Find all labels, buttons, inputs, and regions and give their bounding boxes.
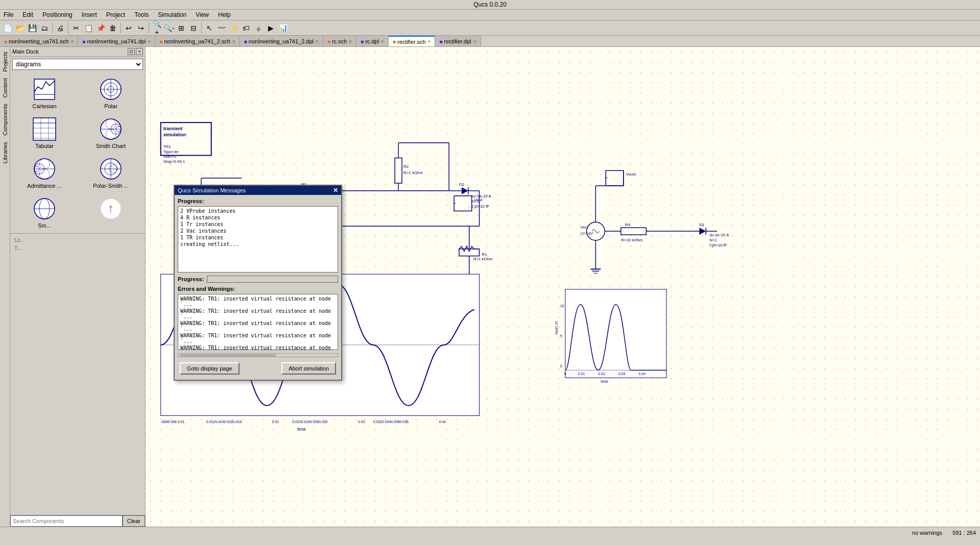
open-button[interactable]: 📂 bbox=[14, 22, 26, 34]
dock-float-btn[interactable]: ⊡ bbox=[128, 48, 135, 55]
print-button[interactable]: 🖨 bbox=[55, 22, 66, 34]
svg-text:0.0320.0340.0360.038: 0.0320.0340.0360.038 bbox=[373, 420, 409, 424]
diagram-sm[interactable]: Sm... bbox=[12, 193, 77, 231]
diagram-polarsmith[interactable]: Polar-Smith ... bbox=[79, 154, 143, 191]
zoom-select-button[interactable]: ⊟ bbox=[188, 22, 199, 34]
search-input[interactable] bbox=[10, 515, 123, 527]
main-dock-header: Main Dock ⊡ × bbox=[10, 47, 145, 57]
sidebar-tabs: Projects Content Components Libraries bbox=[0, 47, 10, 527]
svg-marker-71 bbox=[462, 187, 468, 194]
simulate-button[interactable]: ▶ bbox=[265, 22, 276, 34]
svg-text:Cj0=10 fF: Cj0=10 fF bbox=[709, 243, 727, 247]
diagram-admittance[interactable]: Admittance ... bbox=[12, 154, 77, 191]
abort-simulation-btn[interactable]: Abort simulation bbox=[281, 362, 336, 375]
svg-text:transient: transient bbox=[163, 126, 183, 131]
delete-button[interactable]: 🗑 bbox=[107, 22, 118, 34]
zoom-fit-button[interactable]: ⊞ bbox=[176, 22, 187, 34]
schematic-canvas[interactable]: transient simulation TR1 Type=lin Start=… bbox=[146, 47, 980, 527]
svg-text:0: 0 bbox=[560, 364, 562, 368]
menu-item-simulation[interactable]: Simulation bbox=[156, 11, 188, 19]
diagrams-select[interactable]: diagrams bbox=[12, 59, 143, 70]
copy-button[interactable]: 📋 bbox=[83, 22, 94, 34]
progress-bar bbox=[207, 276, 338, 283]
svg-text:R4: R4 bbox=[625, 222, 631, 227]
tab-close-btn[interactable]: × bbox=[381, 39, 384, 44]
tab-label: rc.dpl bbox=[365, 38, 379, 44]
sep2 bbox=[68, 22, 68, 34]
svg-text:-: - bbox=[621, 180, 622, 184]
tab-close-btn[interactable]: × bbox=[148, 39, 151, 44]
insert-label-button[interactable]: 🏷 bbox=[241, 22, 252, 34]
tab-close-btn[interactable]: × bbox=[316, 39, 319, 44]
tab-rc-sch[interactable]: ■ rc.sch × bbox=[323, 36, 356, 46]
paste-button[interactable]: 📌 bbox=[95, 22, 106, 34]
svg-text:0.03: 0.03 bbox=[358, 420, 365, 424]
svg-text:R=1 kOhm: R=1 kOhm bbox=[403, 170, 423, 175]
sidebar-tab-libraries[interactable]: Libraries bbox=[1, 139, 10, 166]
tab-rc-dpl[interactable]: ■ rc.dpl × bbox=[356, 36, 389, 46]
admittance-label: Admittance ... bbox=[27, 183, 61, 189]
sep5 bbox=[201, 22, 202, 34]
error-message-item: WARNING: TR1: inserted virtual resistanc… bbox=[180, 320, 336, 332]
insert-wire-button[interactable]: 〰 bbox=[216, 22, 227, 34]
coordinates-status: 591 : 264 bbox=[952, 530, 976, 536]
view-plot-button[interactable]: 📊 bbox=[277, 22, 289, 34]
clear-button[interactable]: Clear bbox=[123, 515, 145, 527]
tab-close-btn[interactable]: × bbox=[70, 39, 74, 44]
tab-nonInverting-ua741-sch[interactable]: ■ nonInverting_ua741.sch × bbox=[0, 36, 78, 46]
sm-label: Sm... bbox=[38, 222, 51, 229]
menu-item-help[interactable]: Help bbox=[217, 11, 232, 19]
tab-nonInverting-ua741-dpl[interactable]: ■ nonInverting_ua741.dpl × bbox=[78, 36, 155, 46]
diagram-cartesian[interactable]: Cartesian bbox=[12, 74, 77, 112]
insert-ground-button[interactable]: ⏚ bbox=[253, 22, 264, 34]
svg-text:Vout: Vout bbox=[474, 197, 483, 202]
diagram-arrow[interactable]: ↑ bbox=[79, 193, 143, 231]
save-all-button[interactable]: 🗂 bbox=[39, 22, 50, 34]
svg-text:Start=0: Start=0 bbox=[163, 154, 177, 159]
tab-nonInverting-ua741-2-sch[interactable]: ■ nonInverting_ua741_2.sch × bbox=[155, 36, 240, 46]
tab-nonInverting-ua741-2-dpl[interactable]: ■ nonInverting_ua741_2.dpl × bbox=[240, 36, 323, 46]
diagram-polar[interactable]: Polar bbox=[79, 74, 143, 112]
tab-rectifier-sch[interactable]: ■ rectifier.sch × bbox=[389, 36, 436, 46]
scroll-thumb[interactable] bbox=[180, 354, 276, 357]
tab-rectifier-dpl[interactable]: ■ rectifier.dpl × bbox=[435, 36, 481, 46]
zoom-out-button[interactable]: 🔍- bbox=[163, 22, 175, 34]
insert-component-button[interactable]: ⚡ bbox=[228, 22, 240, 34]
svg-text:0.01: 0.01 bbox=[578, 372, 585, 376]
menu-item-file[interactable]: File bbox=[2, 11, 15, 19]
sim-message-item: 1 Tr instances bbox=[180, 221, 336, 228]
statusbar: no warnings 591 : 264 bbox=[0, 527, 980, 538]
sidebar-tab-projects[interactable]: Projects bbox=[1, 49, 10, 75]
sidebar-tab-content[interactable]: Content bbox=[1, 76, 10, 101]
polar-icon bbox=[98, 77, 124, 102]
diagram-tabular[interactable]: Tabular bbox=[12, 114, 77, 152]
new-button[interactable]: 📄 bbox=[2, 22, 13, 34]
zoom-in-button[interactable]: 🔍+ bbox=[151, 22, 162, 34]
sim-dialog-close-btn[interactable]: ✕ bbox=[333, 187, 338, 194]
tab-close-btn[interactable]: × bbox=[349, 39, 352, 44]
diagram-smith[interactable]: Smith Chart bbox=[79, 114, 143, 152]
menu-item-positioning[interactable]: Positioning bbox=[41, 11, 74, 19]
error-messages-list: WARNING: TR1: inserted virtual resistanc… bbox=[178, 294, 338, 350]
tab-close-btn[interactable]: × bbox=[473, 39, 476, 44]
tab-label: rectifier.sch bbox=[397, 39, 426, 45]
svg-text:Cj0=10 fF: Cj0=10 fF bbox=[472, 204, 490, 209]
menu-item-edit[interactable]: Edit bbox=[21, 11, 35, 19]
redo-button[interactable]: ↪ bbox=[135, 22, 147, 34]
svg-text:simulation: simulation bbox=[163, 132, 186, 137]
menu-item-project[interactable]: Project bbox=[105, 11, 127, 19]
menu-item-view[interactable]: View bbox=[194, 11, 210, 19]
cut-button[interactable]: ✂ bbox=[70, 22, 82, 34]
tab-label: rectifier.dpl bbox=[444, 38, 471, 44]
scroll-bar[interactable] bbox=[178, 353, 338, 357]
menu-item-insert[interactable]: Insert bbox=[80, 11, 99, 19]
save-button[interactable]: 💾 bbox=[27, 22, 38, 34]
select-button[interactable]: ↖ bbox=[204, 22, 215, 34]
goto-display-btn[interactable]: Goto display page bbox=[180, 362, 240, 375]
undo-button[interactable]: ↩ bbox=[123, 22, 134, 34]
dock-close-btn[interactable]: × bbox=[136, 48, 143, 55]
sidebar-tab-components[interactable]: Components bbox=[1, 101, 10, 138]
menu-item-tools[interactable]: Tools bbox=[133, 11, 150, 19]
tab-close-btn[interactable]: × bbox=[428, 39, 431, 44]
tab-close-btn[interactable]: × bbox=[232, 39, 235, 44]
